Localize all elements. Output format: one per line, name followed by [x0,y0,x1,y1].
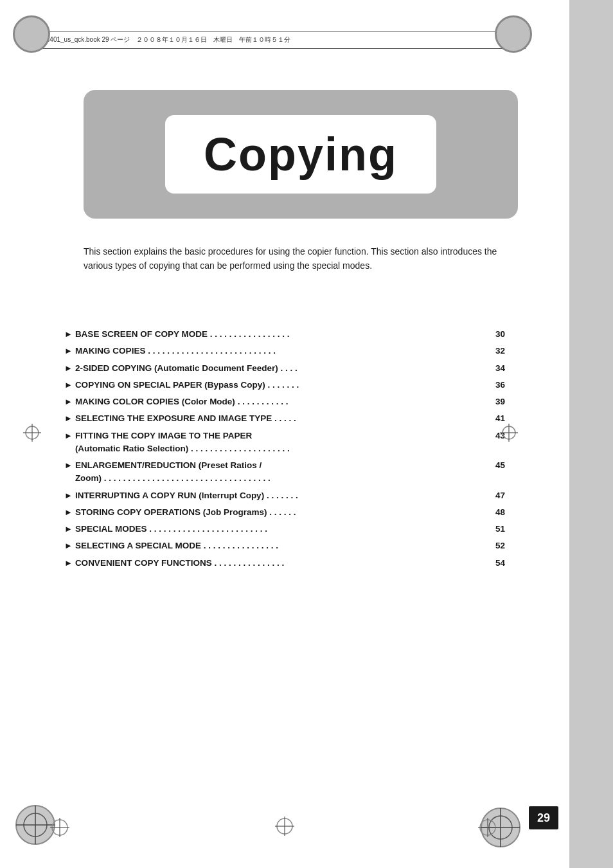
middle-right-reg-mark [500,424,518,444]
toc-arrow-2: ► [64,345,73,357]
toc-arrow-6: ► [64,412,73,425]
toc-label-4: COPYING ON SPECIAL PAPER (Bypass Copy) .… [75,379,495,392]
toc-item-7: ► FITTING THE COPY IMAGE TO THE PAPER(Au… [64,429,505,456]
bottom-right-reg-mark [478,818,497,840]
toc-label-2: MAKING COPIES . . . . . . . . . . . . . … [75,345,495,357]
toc-label-5: MAKING COLOR COPIES (Color Mode) . . . .… [75,395,495,408]
toc-label-12: SELECTING A SPECIAL MODE . . . . . . . .… [75,539,495,552]
toc-label-3: 2-SIDED COPYING (Automatic Document Feed… [75,362,495,375]
toc-page-11: 51 [495,523,505,536]
bottom-left-reg-mark [50,818,69,840]
toc-label-11: SPECIAL MODES . . . . . . . . . . . . . … [75,523,495,536]
toc-item-10: ► STORING COPY OPERATIONS (Job Programs)… [64,506,505,519]
toc-page-3: 34 [495,362,505,375]
toc-page-10: 48 [495,506,505,519]
toc-label-1: BASE SCREEN OF COPY MODE . . . . . . . .… [75,328,495,341]
top-right-circle [495,15,532,53]
toc-page-13: 54 [495,557,505,570]
toc-arrow-4: ► [64,379,73,392]
toc-page-5: 39 [495,395,505,408]
toc-page-9: 47 [495,489,505,502]
toc-page-12: 52 [495,539,505,552]
toc-label-9: INTERRUPTING A COPY RUN (Interrupt Copy)… [75,489,495,502]
toc-arrow-12: ► [64,539,73,552]
toc-item-13: ► CONVENIENT COPY FUNCTIONS . . . . . . … [64,557,505,570]
toc-label-8: ENLARGEMENT/REDUCTION (Preset Ratios /Zo… [75,459,495,485]
main-content: mxc401_us_qck.book 29 ページ ２００８年１０月１６日 木曜… [0,0,569,868]
toc-item-2: ► MAKING COPIES . . . . . . . . . . . . … [64,345,505,357]
bottom-center-reg-mark [275,817,294,838]
toc-item-1: ► BASE SCREEN OF COPY MODE . . . . . . .… [64,328,505,341]
toc-arrow-9: ► [64,489,73,502]
toc-arrow-3: ► [64,362,73,375]
toc-page-8: 45 [495,459,505,472]
toc-label-7: FITTING THE COPY IMAGE TO THE PAPER(Auto… [75,429,495,456]
title-white-box: Copying [165,115,436,194]
toc-item-11: ► SPECIAL MODES . . . . . . . . . . . . … [64,523,505,536]
toc-page-1: 30 [495,328,505,341]
toc-page-2: 32 [495,345,505,357]
toc-item-6: ► SELECTING THE EXPOSURE AND IMAGE TYPE … [64,412,505,425]
toc-item-3: ► 2-SIDED COPYING (Automatic Document Fe… [64,362,505,375]
toc-arrow-5: ► [64,395,73,408]
toc-item-5: ► MAKING COLOR COPIES (Color Mode) . . .… [64,395,505,408]
page-number: 29 [529,806,558,829]
toc-label-10: STORING COPY OPERATIONS (Job Programs) .… [75,506,495,519]
header-bar: mxc401_us_qck.book 29 ページ ２００８年１０月１６日 木曜… [32,31,526,49]
page-title: Copying [204,128,398,181]
toc-arrow-11: ► [64,523,73,536]
toc-arrow-10: ► [64,506,73,519]
toc-section: ► BASE SCREEN OF COPY MODE . . . . . . .… [64,328,505,574]
toc-label-13: CONVENIENT COPY FUNCTIONS . . . . . . . … [75,557,495,570]
toc-arrow-7: ► [64,429,73,442]
right-tab [569,0,613,868]
top-left-circle [13,15,50,53]
toc-item-4: ► COPYING ON SPECIAL PAPER (Bypass Copy)… [64,379,505,392]
toc-item-9: ► INTERRUPTING A COPY RUN (Interrupt Cop… [64,489,505,502]
header-meta-text: mxc401_us_qck.book 29 ページ ２００８年１０月１６日 木曜… [38,35,290,44]
page-container: mxc401_us_qck.book 29 ページ ２００８年１０月１６日 木曜… [0,0,613,868]
toc-label-6: SELECTING THE EXPOSURE AND IMAGE TYPE . … [75,412,495,425]
toc-page-4: 36 [495,379,505,392]
toc-arrow-13: ► [64,557,73,570]
toc-arrow-1: ► [64,328,73,341]
middle-left-reg-mark [23,424,41,444]
title-section: Copying [84,90,518,219]
toc-item-8: ► ENLARGEMENT/REDUCTION (Preset Ratios /… [64,459,505,485]
toc-item-12: ► SELECTING A SPECIAL MODE . . . . . . .… [64,539,505,552]
toc-arrow-8: ► [64,459,73,472]
description-text: This section explains the basic procedur… [84,244,505,273]
